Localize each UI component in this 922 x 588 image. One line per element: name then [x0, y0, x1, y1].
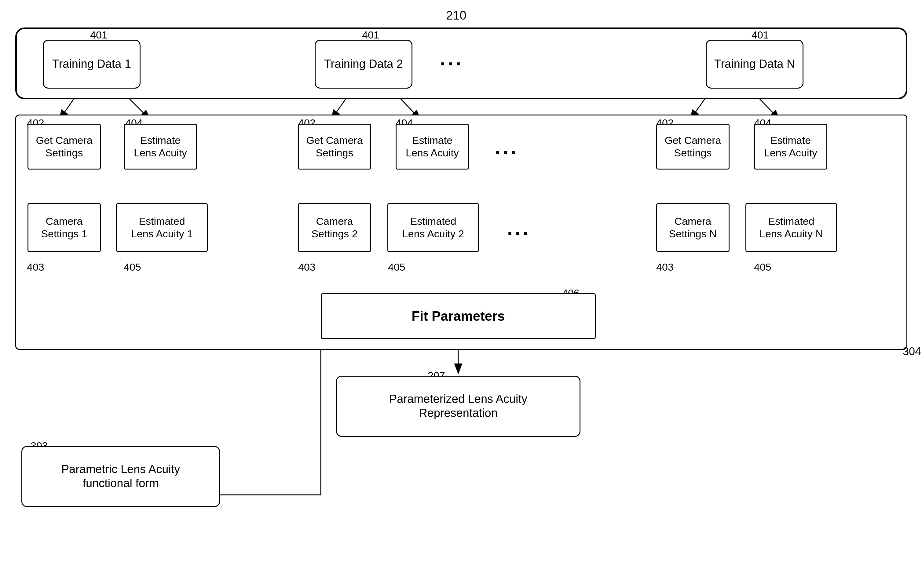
training-data-1: Training Data 1	[43, 40, 141, 88]
estLA1-ref-label: 405	[124, 261, 141, 273]
get-camera-settings-1: Get Camera Settings	[28, 124, 101, 170]
fit-parameters: Fit Parameters	[321, 293, 596, 339]
get-camera-settings-2: Get Camera Settings	[298, 124, 371, 170]
dots-training: ...	[440, 47, 463, 70]
camera-settings-1: Camera Settings 1	[28, 203, 101, 252]
estimated-lens-acuity-2: Estimated Lens Acuity 2	[387, 203, 479, 252]
training-data-N: Training Data N	[706, 40, 803, 88]
camera-settings-2: Camera Settings 2	[298, 203, 371, 252]
outer-box-label: 304	[903, 345, 921, 358]
estLAN-ref-label: 405	[754, 261, 772, 273]
camSettingsN-ref-label: 403	[656, 261, 674, 273]
estimated-lens-acuity-N: Estimated Lens Acuity N	[745, 203, 837, 252]
estLA2-ref-label: 405	[388, 261, 405, 273]
parameterized-lens-acuity-representation: Parameterized Lens Acuity Representation	[336, 376, 580, 437]
estimate-lens-acuity-1: Estimate Lens Acuity	[124, 124, 197, 170]
camera-settings-N: Camera Settings N	[656, 203, 729, 252]
training1-ref-label: 401	[90, 29, 108, 41]
camSettings1-ref-label: 403	[27, 261, 44, 273]
camSettings2-ref-label: 403	[298, 261, 316, 273]
training2-ref-label: 401	[362, 29, 379, 41]
training-data-2: Training Data 2	[315, 40, 412, 88]
estimated-lens-acuity-1: Estimated Lens Acuity 1	[116, 203, 208, 252]
diagram-number: 210	[446, 8, 466, 22]
get-camera-settings-N: Get Camera Settings	[656, 124, 729, 170]
parametric-lens-acuity-form: Parametric Lens Acuity functional form	[21, 446, 220, 507]
estimate-lens-acuity-N: Estimate Lens Acuity	[754, 124, 827, 170]
estimate-lens-acuity-2: Estimate Lens Acuity	[396, 124, 469, 170]
dots-middle2: ...	[507, 217, 531, 240]
dots-middle: ...	[495, 136, 518, 158]
trainingN-ref-label: 401	[752, 29, 769, 41]
